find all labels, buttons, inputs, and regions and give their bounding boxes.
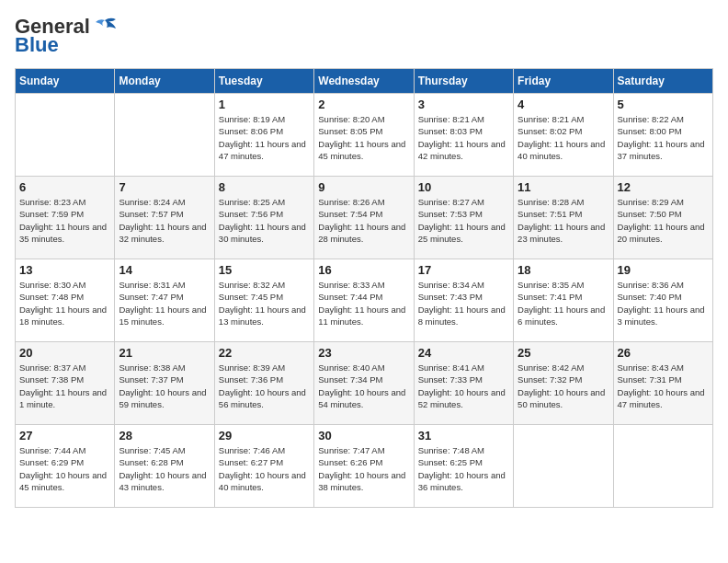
day-number: 28: [119, 429, 210, 442]
calendar-cell: 26Sunrise: 8:43 AM Sunset: 7:31 PM Dayli…: [613, 342, 712, 425]
day-info: Sunrise: 7:46 AM Sunset: 6:27 PM Dayligh…: [219, 444, 310, 493]
day-number: 6: [19, 180, 110, 194]
weekday-header-saturday: Saturday: [613, 69, 712, 94]
calendar-cell: 30Sunrise: 7:47 AM Sunset: 6:26 PM Dayli…: [314, 425, 414, 508]
day-info: Sunrise: 8:25 AM Sunset: 7:56 PM Dayligh…: [219, 196, 310, 245]
day-info: Sunrise: 8:24 AM Sunset: 7:57 PM Dayligh…: [119, 196, 210, 245]
logo: General Blue: [15, 15, 118, 57]
day-number: 2: [318, 98, 409, 111]
calendar-cell: 13Sunrise: 8:30 AM Sunset: 7:48 PM Dayli…: [16, 259, 115, 342]
day-number: 5: [618, 98, 709, 111]
logo-bird-icon: [92, 17, 118, 37]
calendar-cell: 3Sunrise: 8:21 AM Sunset: 8:03 PM Daylig…: [414, 94, 513, 177]
weekday-header-sunday: Sunday: [16, 69, 115, 94]
calendar-cell: 18Sunrise: 8:35 AM Sunset: 7:41 PM Dayli…: [514, 259, 613, 342]
day-number: 23: [318, 346, 409, 360]
day-info: Sunrise: 7:47 AM Sunset: 6:26 PM Dayligh…: [318, 444, 409, 493]
day-number: 17: [418, 263, 509, 277]
day-number: 22: [219, 346, 310, 360]
day-info: Sunrise: 8:38 AM Sunset: 7:37 PM Dayligh…: [119, 362, 210, 410]
calendar-cell: 16Sunrise: 8:33 AM Sunset: 7:44 PM Dayli…: [314, 259, 414, 342]
day-number: 18: [518, 263, 609, 277]
calendar-cell: 28Sunrise: 7:45 AM Sunset: 6:28 PM Dayli…: [115, 425, 214, 508]
calendar-cell: 19Sunrise: 8:36 AM Sunset: 7:40 PM Dayli…: [613, 259, 712, 342]
calendar-cell: 2Sunrise: 8:20 AM Sunset: 8:05 PM Daylig…: [314, 94, 414, 177]
day-info: Sunrise: 8:41 AM Sunset: 7:33 PM Dayligh…: [418, 362, 509, 410]
calendar-cell: 9Sunrise: 8:26 AM Sunset: 7:54 PM Daylig…: [314, 177, 414, 259]
day-info: Sunrise: 8:42 AM Sunset: 7:32 PM Dayligh…: [518, 362, 609, 410]
page-header: General Blue: [15, 15, 713, 57]
day-info: Sunrise: 8:28 AM Sunset: 7:51 PM Dayligh…: [518, 196, 609, 245]
calendar-cell: 4Sunrise: 8:21 AM Sunset: 8:02 PM Daylig…: [514, 94, 613, 177]
day-number: 14: [119, 263, 210, 277]
calendar-cell: [115, 94, 214, 177]
day-number: 9: [318, 180, 409, 194]
day-info: Sunrise: 7:44 AM Sunset: 6:29 PM Dayligh…: [19, 444, 110, 493]
day-number: 13: [19, 263, 110, 277]
day-info: Sunrise: 8:35 AM Sunset: 7:41 PM Dayligh…: [518, 279, 609, 327]
day-number: 7: [119, 180, 210, 194]
day-info: Sunrise: 8:32 AM Sunset: 7:45 PM Dayligh…: [219, 279, 310, 327]
day-number: 10: [418, 180, 509, 194]
calendar-cell: 6Sunrise: 8:23 AM Sunset: 7:59 PM Daylig…: [16, 177, 115, 259]
calendar-cell: [613, 425, 712, 508]
day-info: Sunrise: 8:40 AM Sunset: 7:34 PM Dayligh…: [318, 362, 409, 410]
day-number: 31: [418, 429, 509, 442]
day-info: Sunrise: 8:21 AM Sunset: 8:03 PM Dayligh…: [418, 113, 509, 162]
day-info: Sunrise: 8:22 AM Sunset: 8:00 PM Dayligh…: [618, 113, 709, 162]
day-number: 29: [219, 429, 310, 442]
day-info: Sunrise: 8:30 AM Sunset: 7:48 PM Dayligh…: [19, 279, 110, 327]
calendar-cell: 8Sunrise: 8:25 AM Sunset: 7:56 PM Daylig…: [214, 177, 313, 259]
calendar-cell: 29Sunrise: 7:46 AM Sunset: 6:27 PM Dayli…: [214, 425, 313, 508]
day-info: Sunrise: 8:27 AM Sunset: 7:53 PM Dayligh…: [418, 196, 509, 245]
day-number: 25: [518, 346, 609, 360]
calendar-cell: 23Sunrise: 8:40 AM Sunset: 7:34 PM Dayli…: [314, 342, 414, 425]
calendar-cell: 15Sunrise: 8:32 AM Sunset: 7:45 PM Dayli…: [214, 259, 313, 342]
day-number: 12: [618, 180, 709, 194]
day-number: 4: [518, 98, 609, 111]
day-info: Sunrise: 8:34 AM Sunset: 7:43 PM Dayligh…: [418, 279, 509, 327]
calendar-cell: 1Sunrise: 8:19 AM Sunset: 8:06 PM Daylig…: [214, 94, 313, 177]
calendar-cell: 5Sunrise: 8:22 AM Sunset: 8:00 PM Daylig…: [613, 94, 712, 177]
calendar-cell: 22Sunrise: 8:39 AM Sunset: 7:36 PM Dayli…: [214, 342, 313, 425]
day-info: Sunrise: 8:31 AM Sunset: 7:47 PM Dayligh…: [119, 279, 210, 327]
calendar-cell: 24Sunrise: 8:41 AM Sunset: 7:33 PM Dayli…: [414, 342, 513, 425]
day-number: 11: [518, 180, 609, 194]
calendar-cell: 10Sunrise: 8:27 AM Sunset: 7:53 PM Dayli…: [414, 177, 513, 259]
day-number: 24: [418, 346, 509, 360]
day-info: Sunrise: 8:21 AM Sunset: 8:02 PM Dayligh…: [518, 113, 609, 162]
day-number: 21: [119, 346, 210, 360]
day-info: Sunrise: 8:37 AM Sunset: 7:38 PM Dayligh…: [19, 362, 110, 410]
calendar-table: SundayMondayTuesdayWednesdayThursdayFrid…: [15, 68, 713, 508]
calendar-cell: 17Sunrise: 8:34 AM Sunset: 7:43 PM Dayli…: [414, 259, 513, 342]
day-info: Sunrise: 8:23 AM Sunset: 7:59 PM Dayligh…: [19, 196, 110, 245]
day-number: 20: [19, 346, 110, 360]
calendar-cell: 27Sunrise: 7:44 AM Sunset: 6:29 PM Dayli…: [16, 425, 115, 508]
calendar-cell: [514, 425, 613, 508]
day-info: Sunrise: 8:19 AM Sunset: 8:06 PM Dayligh…: [219, 113, 310, 162]
calendar-cell: 21Sunrise: 8:38 AM Sunset: 7:37 PM Dayli…: [115, 342, 214, 425]
day-info: Sunrise: 8:29 AM Sunset: 7:50 PM Dayligh…: [618, 196, 709, 245]
calendar-cell: 14Sunrise: 8:31 AM Sunset: 7:47 PM Dayli…: [115, 259, 214, 342]
day-info: Sunrise: 7:48 AM Sunset: 6:25 PM Dayligh…: [418, 444, 509, 493]
day-info: Sunrise: 8:36 AM Sunset: 7:40 PM Dayligh…: [618, 279, 709, 327]
calendar-cell: 11Sunrise: 8:28 AM Sunset: 7:51 PM Dayli…: [514, 177, 613, 259]
day-number: 19: [618, 263, 709, 277]
day-number: 30: [318, 429, 409, 442]
day-info: Sunrise: 8:43 AM Sunset: 7:31 PM Dayligh…: [618, 362, 709, 410]
day-info: Sunrise: 8:33 AM Sunset: 7:44 PM Dayligh…: [318, 279, 409, 327]
logo-blue: Blue: [15, 33, 59, 57]
calendar-cell: 7Sunrise: 8:24 AM Sunset: 7:57 PM Daylig…: [115, 177, 214, 259]
day-info: Sunrise: 8:26 AM Sunset: 7:54 PM Dayligh…: [318, 196, 409, 245]
calendar-cell: 31Sunrise: 7:48 AM Sunset: 6:25 PM Dayli…: [414, 425, 513, 508]
day-info: Sunrise: 7:45 AM Sunset: 6:28 PM Dayligh…: [119, 444, 210, 493]
weekday-header-tuesday: Tuesday: [214, 69, 313, 94]
weekday-header-friday: Friday: [514, 69, 613, 94]
weekday-header-monday: Monday: [115, 69, 214, 94]
day-number: 3: [418, 98, 509, 111]
calendar-cell: 20Sunrise: 8:37 AM Sunset: 7:38 PM Dayli…: [16, 342, 115, 425]
weekday-header-wednesday: Wednesday: [314, 69, 414, 94]
calendar-cell: [16, 94, 115, 177]
calendar-cell: 12Sunrise: 8:29 AM Sunset: 7:50 PM Dayli…: [613, 177, 712, 259]
calendar-cell: 25Sunrise: 8:42 AM Sunset: 7:32 PM Dayli…: [514, 342, 613, 425]
